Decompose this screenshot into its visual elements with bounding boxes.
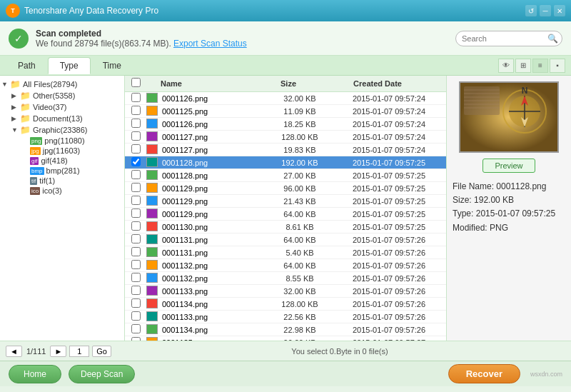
go-btn[interactable]: Go: [92, 346, 111, 357]
row-check[interactable]: [125, 131, 146, 143]
row-size: 192.00 KB: [268, 159, 332, 167]
scan-status: Scan completed: [36, 29, 455, 39]
search-input[interactable]: [462, 34, 547, 43]
row-check[interactable]: [125, 298, 146, 310]
tree-item-all[interactable]: ▼ 📁 All Files(28794): [0, 79, 124, 90]
preview-button[interactable]: Preview: [482, 159, 535, 173]
tree-item-video[interactable]: ▶ 📁 Video(37): [0, 101, 124, 113]
view-list-btn[interactable]: ≡: [532, 59, 548, 73]
home-button[interactable]: Home: [9, 365, 61, 383]
row-check[interactable]: [125, 208, 146, 220]
row-thumb: [146, 196, 161, 207]
table-row[interactable]: 0001130.png 8.61 KB 2015-01-07 09:57:25: [125, 221, 446, 233]
row-size: 32.00 KB: [268, 94, 332, 103]
search-box[interactable]: 🔍: [455, 31, 562, 46]
minimize-btn[interactable]: ─: [540, 5, 551, 16]
row-size: 27.00 KB: [268, 171, 332, 180]
table-row[interactable]: 0001132.png 64.00 KB 2015-01-07 09:57:26: [125, 259, 446, 272]
row-check[interactable]: [125, 221, 146, 233]
file-list-body[interactable]: 0001126.png 32.00 KB 2015-01-07 09:57:24…: [125, 92, 446, 341]
tab-type[interactable]: Type: [48, 57, 91, 74]
table-row[interactable]: 0001129.png 21.43 KB 2015-01-07 09:57:25: [125, 195, 446, 208]
tab-path[interactable]: Path: [6, 57, 48, 74]
preview-panel: N Preview File Name: 0001128.png Size: 1…: [446, 76, 571, 341]
row-check[interactable]: [125, 93, 146, 104]
row-size: 21.43 KB: [268, 197, 332, 206]
notification-text: Scan completed We found 28794 file(s)(86…: [36, 29, 455, 49]
row-check[interactable]: [125, 337, 146, 341]
row-check[interactable]: [125, 144, 146, 156]
table-row[interactable]: 0001129.png 96.00 KB 2015-01-07 09:57:25: [125, 182, 446, 195]
view-square-btn[interactable]: ▪: [550, 59, 565, 73]
row-check[interactable]: [125, 234, 146, 246]
tree-toggle-all[interactable]: ▼: [1, 81, 10, 88]
row-check[interactable]: [125, 311, 146, 323]
tree-item-bmp[interactable]: bmp bmp(281): [0, 166, 124, 176]
table-row[interactable]: 0001128.png 27.00 KB 2015-01-07 09:57:25: [125, 169, 446, 182]
tree-item-png[interactable]: png png(11080): [0, 136, 124, 146]
table-row[interactable]: 0001127.png 128.00 KB 2015-01-07 09:57:2…: [125, 131, 446, 144]
tree-item-graphic[interactable]: ▼ 📁 Graphic(23386): [0, 124, 124, 136]
tab-time[interactable]: Time: [91, 57, 133, 74]
page-info: 1/111: [26, 347, 46, 356]
table-row[interactable]: 0001131.png 64.00 KB 2015-01-07 09:57:26: [125, 233, 446, 246]
export-link[interactable]: Export Scan Status: [173, 39, 247, 49]
row-size: 128.00 KB: [268, 300, 332, 308]
select-all-checkbox[interactable]: [131, 78, 141, 87]
row-date: 2015-01-07 09:57:26: [332, 300, 446, 308]
row-check[interactable]: [125, 183, 146, 194]
row-thumb: [146, 144, 161, 156]
tree-item-other[interactable]: ▶ 📁 Other(5358): [0, 90, 124, 101]
table-row[interactable]: 0001128.png 192.00 KB 2015-01-07 09:57:2…: [125, 156, 446, 169]
tree-item-ico[interactable]: ico ico(3): [0, 186, 124, 196]
view-grid-btn[interactable]: ⊞: [515, 59, 531, 73]
row-check[interactable]: [125, 119, 146, 130]
table-row[interactable]: 0001133.png 22.56 KB 2015-01-07 09:57:26: [125, 311, 446, 323]
deepscan-button[interactable]: Deep Scan: [69, 365, 135, 383]
tree-item-document[interactable]: ▶ 📁 Document(13): [0, 113, 124, 124]
row-check[interactable]: [125, 106, 146, 117]
row-filename: 0001126.png: [161, 120, 268, 129]
tree-label-ico: ico(3): [42, 186, 62, 195]
table-row[interactable]: 0001126.png 32.00 KB 2015-01-07 09:57:24: [125, 92, 446, 105]
preview-info: File Name: 0001128.png Size: 192.00 KB T…: [453, 180, 565, 235]
row-check[interactable]: [125, 196, 146, 207]
row-thumb: [146, 286, 161, 297]
tree-label-bmp: bmp(281): [46, 166, 80, 175]
table-row[interactable]: 0001135.png 96.00 KB 2015-01-07 09:57:27: [125, 336, 446, 341]
row-check[interactable]: [125, 260, 146, 271]
table-row[interactable]: 0001133.png 32.00 KB 2015-01-07 09:57:26: [125, 285, 446, 298]
table-row[interactable]: 0001134.png 22.98 KB 2015-01-07 09:57:26: [125, 323, 446, 336]
row-size: 22.98 KB: [268, 326, 332, 334]
row-check[interactable]: [125, 286, 146, 297]
row-check[interactable]: [125, 247, 146, 258]
recover-button[interactable]: Recover: [448, 364, 520, 383]
row-size: 19.83 KB: [268, 146, 332, 154]
close-btn[interactable]: ✕: [554, 5, 565, 16]
table-row[interactable]: 0001125.png 11.09 KB 2015-01-07 09:57:24: [125, 105, 446, 118]
row-thumb: [146, 208, 161, 220]
table-row[interactable]: 0001134.png 128.00 KB 2015-01-07 09:57:2…: [125, 298, 446, 311]
row-date: 2015-01-07 09:57:25: [332, 223, 446, 231]
next-page-btn[interactable]: ►: [50, 346, 66, 357]
row-check[interactable]: [125, 324, 146, 336]
tree-item-gif[interactable]: gif gif(418): [0, 156, 124, 166]
icon-ico: ico: [30, 187, 40, 195]
table-row[interactable]: 0001127.png 19.83 KB 2015-01-07 09:57:24: [125, 144, 446, 156]
row-date: 2015-01-07 09:57:25: [332, 184, 446, 193]
row-filename: 0001131.png: [161, 236, 268, 244]
tree-item-tif[interactable]: tif tif(1): [0, 176, 124, 186]
table-row[interactable]: 0001126.png 18.25 KB 2015-01-07 09:57:24: [125, 118, 446, 131]
row-thumb: [146, 183, 161, 194]
page-number-input[interactable]: [69, 346, 89, 357]
tree-item-jpg[interactable]: jpg jpg(11603): [0, 146, 124, 156]
row-check[interactable]: [125, 273, 146, 284]
view-eye-btn[interactable]: 👁: [498, 59, 514, 73]
restore-btn[interactable]: ↺: [525, 5, 537, 16]
prev-page-btn[interactable]: ◄: [6, 346, 22, 357]
table-row[interactable]: 0001129.png 64.00 KB 2015-01-07 09:57:25: [125, 208, 446, 221]
table-row[interactable]: 0001132.png 8.55 KB 2015-01-07 09:57:26: [125, 272, 446, 285]
row-check[interactable]: [125, 157, 146, 169]
table-row[interactable]: 0001131.png 5.40 KB 2015-01-07 09:57:26: [125, 246, 446, 259]
row-check[interactable]: [125, 170, 146, 181]
